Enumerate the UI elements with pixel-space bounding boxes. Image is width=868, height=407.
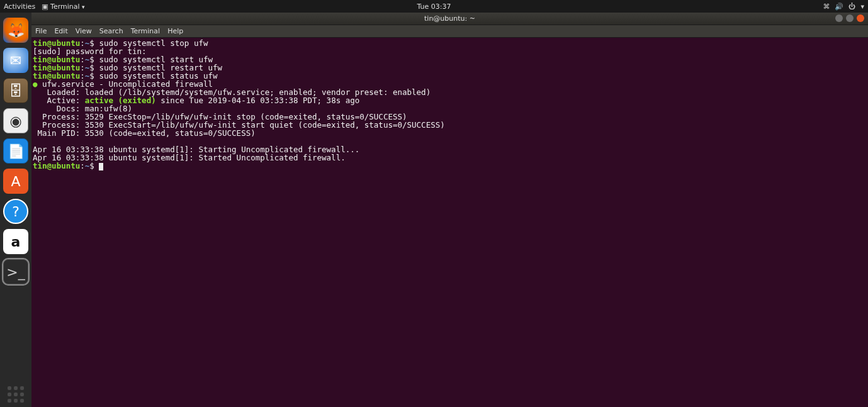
dock-terminal[interactable]: >_ [3, 259, 28, 284]
menu-help[interactable]: Help [167, 27, 183, 35]
system-menu-chevron-icon[interactable]: ▾ [860, 3, 864, 11]
window-close-button[interactable] [857, 14, 864, 22]
dock-rhythmbox[interactable]: ◉ [3, 108, 28, 133]
dock-thunderbird[interactable]: ✉ [3, 48, 28, 73]
menu-view[interactable]: View [76, 27, 92, 35]
menu-search[interactable]: Search [99, 27, 123, 35]
app-menu-label: Terminal [50, 3, 80, 11]
terminal-icon: ▣ [42, 3, 48, 11]
output-line: Main PID: 3530 (code=exited, status=0/SU… [33, 128, 256, 138]
dock-help[interactable]: ? [3, 199, 28, 224]
dock-amazon[interactable]: a [3, 229, 28, 254]
terminal-viewport[interactable]: tin@ubuntu:~$ sudo systemctl stop ufw [s… [31, 38, 868, 407]
clock[interactable]: Tue 03:37 [417, 3, 451, 11]
dock-writer[interactable]: 📄 [3, 138, 28, 164]
show-applications-button[interactable] [3, 382, 28, 407]
volume-icon[interactable]: 🔊 [835, 3, 843, 11]
dock-files[interactable]: 🗄 [3, 78, 28, 103]
window-maximize-button[interactable] [846, 14, 854, 22]
power-icon[interactable]: ⏻ [848, 3, 855, 11]
menu-file[interactable]: File [35, 27, 47, 35]
network-icon[interactable]: ⌘ [823, 3, 830, 11]
terminal-window: tin@ubuntu: ~ File Edit View Search Term… [31, 13, 868, 407]
launcher-dock: 🦊 ✉ 🗄 ◉ 📄 A ? a >_ [0, 13, 31, 407]
app-menu[interactable]: ▣ Terminal [42, 3, 84, 11]
terminal-cursor [99, 163, 103, 170]
gnome-topbar: Activities ▣ Terminal Tue 03:37 ⌘ 🔊 ⏻ ▾ [0, 0, 868, 13]
menu-edit[interactable]: Edit [54, 27, 67, 35]
menu-terminal[interactable]: Terminal [131, 27, 161, 35]
window-minimize-button[interactable] [835, 14, 843, 22]
output-line: since Tue 2019-04-16 03:33:38 PDT; 38s a… [156, 96, 360, 105]
dock-software[interactable]: A [3, 169, 28, 194]
window-title: tin@ubuntu: ~ [424, 14, 475, 23]
window-titlebar[interactable]: tin@ubuntu: ~ [31, 13, 868, 25]
activities-button[interactable]: Activities [4, 3, 35, 11]
dock-firefox[interactable]: 🦊 [3, 18, 28, 43]
menubar: File Edit View Search Terminal Help [31, 25, 868, 38]
